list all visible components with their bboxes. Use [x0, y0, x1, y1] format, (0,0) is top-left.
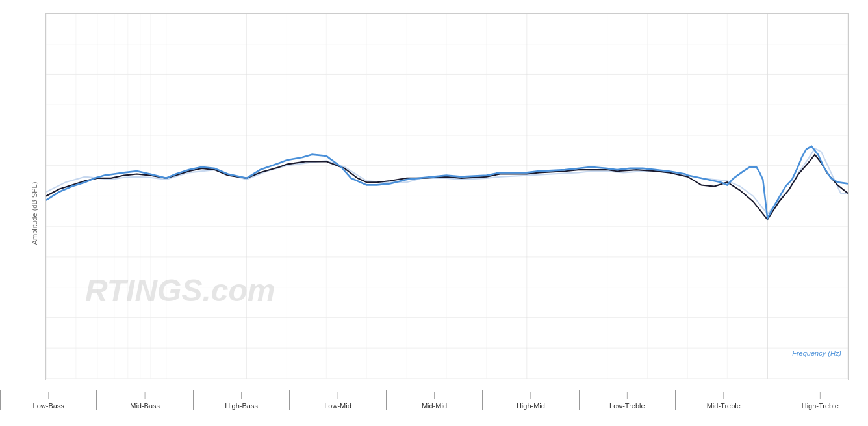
- light-reference-curve: [46, 148, 848, 214]
- y-axis-label: Amplitude (dB SPL): [31, 181, 38, 245]
- band-low-treble: Low-Treble: [579, 390, 675, 410]
- band-mid-treble: Mid-Treble: [675, 390, 771, 410]
- band-high-mid: High-Mid: [482, 390, 578, 410]
- x-axis-label: Frequency (Hz): [792, 349, 841, 357]
- dark-curve: [46, 155, 848, 220]
- band-high-bass: High-Bass: [193, 390, 289, 410]
- band-mid-bass: Mid-Bass: [96, 390, 192, 410]
- band-low-mid: Low-Mid: [289, 390, 385, 410]
- chart-container: Amplitude (dB SPL) 115 110 105 100 95 90: [0, 0, 868, 426]
- frequency-response-chart: 115 110 105 100 95 90 85 80 75 70 65 60 …: [46, 14, 848, 380]
- band-high-treble: High-Treble: [772, 390, 868, 410]
- band-low-bass: Low-Bass: [0, 390, 96, 410]
- band-mid-mid: Mid-Mid: [386, 390, 482, 410]
- frequency-bands: Low-Bass Mid-Bass High-Bass Low-Mid Mid-…: [0, 387, 868, 426]
- chart-area: 115 110 105 100 95 90 85 80 75 70 65 60 …: [45, 13, 849, 380]
